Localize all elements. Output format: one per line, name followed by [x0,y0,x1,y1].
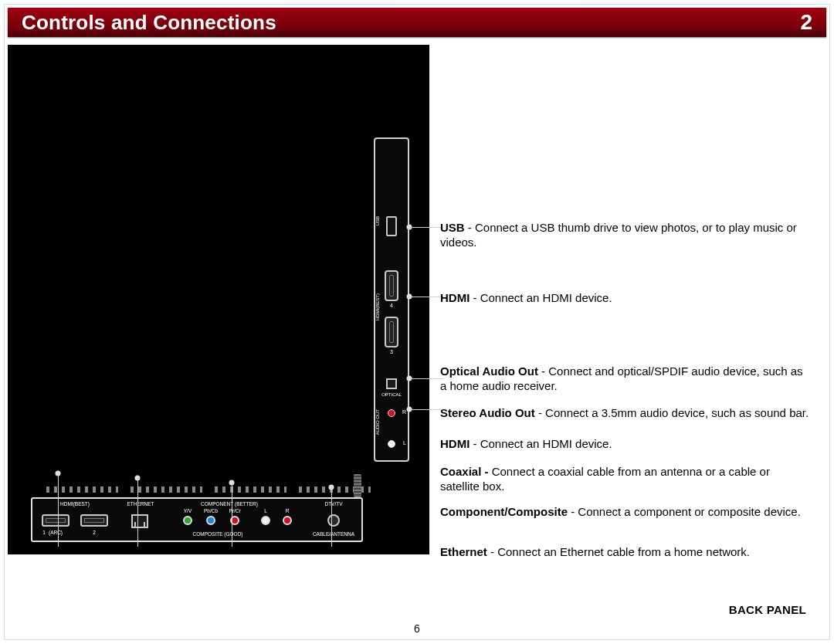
hdmi-4-port-icon [385,270,398,301]
label-hdmi-1: 1 [42,530,46,535]
label-arc: (ARC) [49,530,63,535]
page-number: 6 [414,622,420,635]
rca-pbcb-icon [206,516,215,525]
stereo-r-jack-icon [388,409,395,417]
hdmi-1-port-icon [42,514,70,527]
label-prcr: Pr/Cr [229,508,240,514]
label-l-side: L [403,440,406,446]
coax-port-icon [327,514,340,527]
bottom-panel: HDMI(BEST) 1 (ARC) 2 ETHERNET COMPONENT … [31,497,363,542]
label-dtv: DTV/TV [324,501,342,507]
rca-l-icon [261,516,270,525]
coax-thread-icon [354,474,361,497]
label-hdmi-3: 3 [390,349,393,354]
leader-line [331,487,332,547]
stereo-l-jack-icon [388,440,395,448]
desc-coaxial: Coaxial - Connect a coaxial cable from a… [440,465,811,494]
desc-usb: USB - Connect a USB thumb drive to view … [440,221,811,250]
chapter-title: Controls and Connections [22,11,276,35]
label-r-side: R [402,409,406,415]
label-ethernet: ETHERNET [127,501,154,507]
optical-port-icon [386,378,397,389]
leader-line [409,409,443,410]
leader-line [232,483,232,547]
chapter-header: Controls and Connections 2 [8,8,826,37]
desc-component: Component/Composite - Connect a componen… [440,505,811,520]
vent-marks [46,486,371,493]
usb-port-icon [386,216,397,236]
leader-line [409,297,443,297]
leader-line [137,478,138,547]
label-yv: Y/V [184,508,192,514]
label-optical: OPTICAL [381,392,402,397]
ethernet-port-icon [131,514,148,528]
rca-yv-icon [183,516,192,525]
label-hdmi-4: 4 [390,303,393,308]
label-hdmi-best-bottom: HDMI(BEST) [60,501,90,507]
desc-stereo: Stereo Audio Out - Connect a 3.5mm audio… [440,406,811,421]
label-audio-out: AUDIO OUT [375,409,380,435]
hdmi-3-port-icon [385,317,398,347]
label-cable-antenna: CABLE/ANTENNA [313,531,354,537]
label-r: R [286,508,290,514]
label-l: L [264,508,267,514]
leader-line [409,378,443,379]
label-hdmi-2: 2 [93,530,96,535]
rca-r-icon [283,516,292,525]
desc-ethernet: Ethernet - Connect an Ethernet cable fro… [440,545,811,560]
label-composite: COMPOSITE (GOOD) [193,531,243,537]
illustration-area: USB HDMI(BEST) 4 3 AUDIO OUT OPTICAL R L… [8,45,429,554]
footer-label: BACK PANEL [729,603,806,616]
label-pbcb: Pb/Cb [204,508,218,514]
label-component: COMPONENT (BETTER) [201,501,258,507]
chapter-number: 2 [800,10,812,35]
hdmi-2-port-icon [80,514,108,527]
leader-line [58,473,59,547]
label-hdmi-best-side: HDMI(BEST) [375,293,380,320]
label-usb-side: USB [375,216,380,225]
desc-hdmi-bottom: HDMI - Connect an HDMI device. [440,437,811,452]
desc-hdmi-side: HDMI - Connect an HDMI device. [440,291,811,306]
side-panel: USB HDMI(BEST) 4 3 AUDIO OUT OPTICAL R L [374,137,409,462]
desc-optical: Optical Audio Out - Connect and optical/… [440,364,811,394]
leader-line [409,227,443,228]
